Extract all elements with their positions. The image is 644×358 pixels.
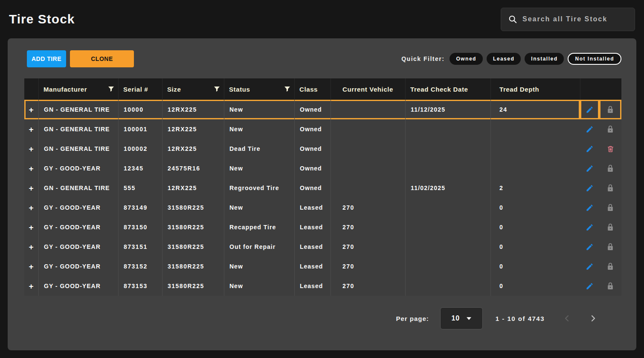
expand-row-button[interactable]: +: [24, 159, 38, 178]
cell-manufacturer: GY - GOOD-YEAR: [38, 276, 118, 296]
edit-row-button[interactable]: [580, 217, 599, 237]
cell-current-vehicle: 270: [331, 198, 405, 217]
search-input[interactable]: [522, 15, 628, 23]
row-main-cells: + GY - GOOD-YEAR 12345 24575R16 New Owne…: [24, 159, 580, 178]
lock-icon: [606, 105, 615, 114]
expand-row-button[interactable]: +: [24, 276, 38, 296]
cell-status: New: [224, 159, 294, 178]
expand-row-button[interactable]: +: [24, 119, 38, 139]
edit-row-button[interactable]: [580, 237, 599, 257]
column-header-size[interactable]: Size: [162, 78, 224, 100]
cell-class: Leased: [294, 257, 331, 276]
expand-row-button[interactable]: +: [24, 100, 38, 119]
cell-tread-check-date: [405, 119, 490, 139]
column-header-expand: [24, 78, 38, 100]
cell-class: Leased: [294, 198, 331, 217]
cell-tread-check-date: 11/02/2025: [405, 178, 490, 198]
edit-row-button[interactable]: [580, 119, 599, 139]
edit-icon: [586, 282, 594, 290]
column-label: Serial #: [123, 86, 148, 93]
edit-icon: [586, 165, 594, 173]
cell-serial: 873151: [118, 237, 162, 257]
edit-icon: [586, 243, 594, 251]
lock-row-button[interactable]: [599, 276, 621, 296]
expand-row-button[interactable]: +: [24, 217, 38, 237]
table-row[interactable]: + GY - GOOD-YEAR 873150 31580R225 Recapp…: [24, 217, 621, 237]
lock-row-button[interactable]: [599, 119, 621, 139]
cell-tread-depth: 0: [490, 198, 580, 217]
lock-row-button[interactable]: [599, 100, 621, 119]
per-page-select[interactable]: 10: [440, 307, 483, 329]
lock-icon: [606, 282, 615, 290]
edit-row-button[interactable]: [580, 100, 599, 119]
cell-tread-depth: [490, 119, 580, 139]
filter-icon[interactable]: [214, 87, 220, 92]
prev-page-button[interactable]: [559, 313, 574, 323]
cell-tread-depth: 0: [490, 237, 580, 257]
search-box[interactable]: [501, 8, 635, 31]
table-body: + GN - GENERAL TIRE 10000 12RX225 New Ow…: [24, 100, 621, 296]
column-header-class[interactable]: Class: [294, 78, 331, 100]
expand-row-button[interactable]: +: [24, 178, 38, 198]
lock-row-button[interactable]: [599, 198, 621, 217]
cell-tread-check-date: [405, 159, 490, 178]
table-row[interactable]: + GY - GOOD-YEAR 873153 31580R225 New Le…: [24, 276, 621, 296]
table-row[interactable]: + GN - GENERAL TIRE 100002 12RX225 Dead …: [24, 139, 621, 159]
filter-icon[interactable]: [108, 87, 114, 92]
expand-row-button[interactable]: +: [24, 139, 38, 159]
filter-icon[interactable]: [284, 87, 290, 92]
plus-icon: +: [29, 263, 34, 271]
table-row[interactable]: + GY - GOOD-YEAR 873149 31580R225 New Le…: [24, 198, 621, 217]
column-header-actions: [580, 78, 621, 100]
table-row[interactable]: + GN - GENERAL TIRE 555 12RX225 Regroove…: [24, 178, 621, 198]
per-page-label: Per page:: [396, 315, 429, 322]
column-header-status[interactable]: Status: [224, 78, 294, 100]
cell-manufacturer: GY - GOOD-YEAR: [38, 217, 118, 237]
table-row[interactable]: + GY - GOOD-YEAR 873151 31580R225 Out fo…: [24, 237, 621, 257]
expand-row-button[interactable]: +: [24, 198, 38, 217]
table-row[interactable]: + GY - GOOD-YEAR 12345 24575R16 New Owne…: [24, 159, 621, 178]
delete-row-button[interactable]: [599, 139, 621, 159]
column-header-tread-depth[interactable]: Tread Depth: [490, 78, 580, 100]
table-row[interactable]: + GN - GENERAL TIRE 100001 12RX225 New O…: [24, 119, 621, 139]
toolbar: ADD TIRE CLONE Quick Filter: Owned Lease…: [27, 50, 621, 67]
cell-manufacturer: GY - GOOD-YEAR: [38, 159, 118, 178]
quick-filter-installed[interactable]: Installed: [525, 53, 564, 65]
edit-row-button[interactable]: [580, 198, 599, 217]
edit-row-button[interactable]: [580, 178, 599, 198]
cell-size: 12RX225: [162, 139, 224, 159]
table-row[interactable]: + GN - GENERAL TIRE 10000 12RX225 New Ow…: [24, 100, 621, 119]
lock-row-button[interactable]: [599, 178, 621, 198]
column-header-manufacturer[interactable]: Manufacturer: [38, 78, 118, 100]
column-header-current-vehicle[interactable]: Current Vehicle: [331, 78, 405, 100]
cell-tread-depth: [490, 159, 580, 178]
edit-row-button[interactable]: [580, 257, 599, 276]
cell-manufacturer: GN - GENERAL TIRE: [38, 139, 118, 159]
edit-row-button[interactable]: [580, 139, 599, 159]
next-page-button[interactable]: [586, 313, 601, 323]
quick-filter-label: Quick Filter:: [401, 55, 444, 62]
column-header-tread-check-date[interactable]: Tread Check Date: [405, 78, 490, 100]
quick-filter-not-installed[interactable]: Not Installed: [568, 53, 621, 65]
clone-button[interactable]: CLONE: [70, 50, 134, 67]
column-label: Class: [299, 86, 318, 93]
lock-row-button[interactable]: [599, 257, 621, 276]
expand-row-button[interactable]: +: [24, 237, 38, 257]
edit-row-button[interactable]: [580, 276, 599, 296]
cell-class: Owned: [294, 119, 331, 139]
quick-filter-leased[interactable]: Leased: [487, 53, 521, 65]
cell-size: 12RX225: [162, 100, 224, 119]
cell-serial: 873153: [118, 276, 162, 296]
lock-row-button[interactable]: [599, 237, 621, 257]
lock-row-button[interactable]: [599, 217, 621, 237]
quick-filter-owned[interactable]: Owned: [450, 53, 483, 65]
edit-row-button[interactable]: [580, 159, 599, 178]
lock-row-button[interactable]: [599, 159, 621, 178]
cell-current-vehicle: [331, 139, 405, 159]
table-row[interactable]: + GY - GOOD-YEAR 873152 31580R225 New Le…: [24, 257, 621, 276]
edit-icon: [586, 125, 594, 133]
expand-row-button[interactable]: +: [24, 257, 38, 276]
add-tire-button[interactable]: ADD TIRE: [27, 50, 66, 67]
column-header-serial[interactable]: Serial #: [118, 78, 162, 100]
plus-icon: +: [29, 145, 34, 153]
